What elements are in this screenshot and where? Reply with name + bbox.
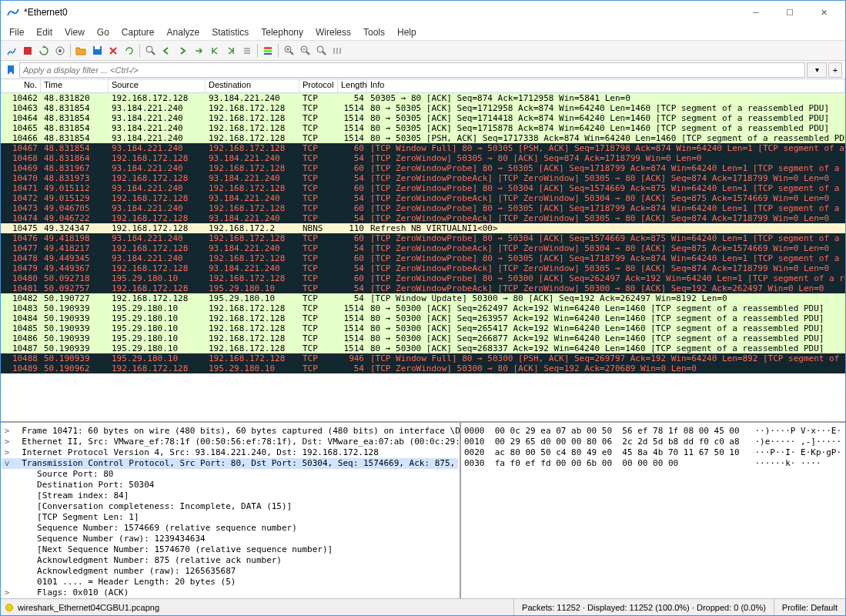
zoom-out-icon[interactable] — [297, 43, 313, 59]
stop-capture-icon[interactable] — [20, 43, 35, 59]
menu-help[interactable]: Help — [392, 25, 422, 39]
close-file-icon[interactable] — [105, 43, 121, 59]
menu-wireless[interactable]: Wireless — [310, 25, 356, 39]
go-back-icon[interactable] — [159, 43, 174, 59]
packet-row[interactable]: 1048350.190939195.29.180.10192.168.172.1… — [1, 303, 845, 313]
detail-line[interactable]: v Transmission Control Protocol, Src Por… — [2, 458, 458, 469]
bookmark-icon[interactable] — [4, 63, 18, 77]
packet-list-header[interactable]: No. Time Source Destination Protocol Len… — [1, 79, 845, 93]
resize-columns-icon[interactable] — [329, 43, 345, 59]
svg-line-13 — [306, 52, 309, 55]
packet-row[interactable]: 1047249.015129192.168.172.12893.184.221.… — [1, 193, 845, 203]
packet-row[interactable]: 1047549.324347192.168.172.128192.168.172… — [1, 223, 845, 233]
menu-telephony[interactable]: Telephony — [256, 25, 309, 39]
menu-view[interactable]: View — [59, 25, 90, 39]
detail-line[interactable]: 0101 .... = Header Length: 20 bytes (5) — [2, 577, 458, 588]
menu-go[interactable]: Go — [92, 25, 115, 39]
packet-row[interactable]: 1046248.831820192.168.172.12893.184.221.… — [1, 93, 845, 103]
detail-line[interactable]: [Next Sequence Number: 1574670 (relative… — [2, 544, 458, 555]
go-forward-icon[interactable] — [175, 43, 190, 59]
menu-capture[interactable]: Capture — [116, 25, 160, 39]
packet-row[interactable]: 1046648.83185493.184.221.240192.168.172.… — [1, 133, 845, 143]
svg-rect-8 — [264, 50, 272, 52]
go-last-icon[interactable] — [223, 43, 239, 59]
packet-row[interactable]: 1048750.190939195.29.180.10192.168.172.1… — [1, 343, 845, 353]
detail-line[interactable]: [Conversation completeness: Incomplete, … — [2, 501, 458, 512]
packet-row[interactable]: 1048650.190939195.29.180.10192.168.172.1… — [1, 333, 845, 343]
packet-row[interactable]: 1048550.190939195.29.180.10192.168.172.1… — [1, 323, 845, 333]
packet-row[interactable]: 1048250.190727192.168.172.128195.29.180.… — [1, 293, 845, 303]
zoom-in-icon[interactable] — [281, 43, 296, 59]
packet-row[interactable]: 1048450.190939195.29.180.10192.168.172.1… — [1, 313, 845, 323]
packet-row[interactable]: 1046448.83185493.184.221.240192.168.172.… — [1, 113, 845, 123]
packet-row[interactable]: 1047749.418217192.168.172.12893.184.221.… — [1, 243, 845, 253]
packet-row[interactable]: 1048150.092757192.168.172.128195.29.180.… — [1, 283, 845, 293]
packet-list[interactable]: No. Time Source Destination Protocol Len… — [1, 79, 845, 423]
start-capture-icon[interactable] — [4, 43, 19, 59]
minimize-button[interactable]: ─ — [741, 2, 771, 23]
svg-line-15 — [323, 52, 326, 55]
expert-info-icon[interactable] — [5, 604, 13, 611]
detail-line[interactable]: Acknowledgment number (raw): 1265635687 — [2, 566, 458, 577]
packet-row[interactable]: 1047048.831973192.168.172.12893.184.221.… — [1, 173, 845, 183]
menu-statistics[interactable]: Statistics — [206, 25, 254, 39]
packet-row[interactable]: 1046848.831864192.168.172.12893.184.221.… — [1, 153, 845, 163]
detail-line[interactable]: > Internet Protocol Version 4, Src: 93.1… — [2, 447, 458, 458]
go-to-packet-icon[interactable] — [191, 43, 206, 59]
filter-add-button[interactable]: + — [828, 62, 842, 78]
packet-row[interactable]: 1047949.449367192.168.172.12893.184.221.… — [1, 263, 845, 273]
packet-details-pane[interactable]: > Frame 10471: 60 bytes on wire (480 bit… — [1, 423, 461, 598]
find-packet-icon[interactable] — [142, 43, 158, 59]
detail-line[interactable]: Acknowledgment Number: 875 (relative ack… — [2, 555, 458, 566]
menu-analyze[interactable]: Analyze — [162, 25, 206, 39]
go-first-icon[interactable] — [207, 43, 222, 59]
detail-line[interactable]: > Frame 10471: 60 bytes on wire (480 bit… — [2, 426, 458, 437]
column-destination[interactable]: Destination — [206, 79, 299, 92]
menu-edit[interactable]: Edit — [31, 25, 58, 39]
packet-row[interactable]: 1047849.44934593.184.221.240192.168.172.… — [1, 253, 845, 263]
detail-line[interactable]: > Ethernet II, Src: VMware_ef:78:1f (00:… — [2, 437, 458, 447]
statusbar: wireshark_Ethernet04CGBU1.pcapng Packets… — [1, 598, 845, 615]
menu-tools[interactable]: Tools — [358, 25, 390, 39]
packet-row[interactable]: 1047349.04670593.184.221.240192.168.172.… — [1, 203, 845, 213]
zoom-reset-icon[interactable] — [313, 43, 329, 59]
display-filter-input[interactable] — [19, 62, 805, 78]
detail-line[interactable]: Sequence Number (raw): 1239434634 — [2, 534, 458, 544]
detail-line[interactable]: Source Port: 80 — [2, 469, 458, 480]
close-button[interactable]: ✕ — [808, 2, 839, 23]
packet-bytes-pane[interactable]: 0000 00 0c 29 ea 07 ab 00 50 56 ef 78 1f… — [461, 423, 845, 598]
detail-line[interactable]: Destination Port: 50304 — [2, 480, 458, 490]
packet-row[interactable]: 1048850.190939195.29.180.10192.168.172.1… — [1, 353, 845, 363]
filter-expression-button[interactable]: ▾ — [807, 62, 827, 78]
detail-line[interactable]: > Flags: 0x010 (ACK) — [2, 588, 458, 598]
colorize-icon[interactable] — [260, 43, 276, 59]
window-title: *Ethernet0 — [24, 7, 68, 18]
detail-line[interactable]: [TCP Segment Len: 1] — [2, 512, 458, 523]
packet-row[interactable]: 1046948.83196793.184.221.240192.168.172.… — [1, 163, 845, 173]
auto-scroll-icon[interactable] — [239, 43, 255, 59]
detail-line[interactable]: [Stream index: 84] — [2, 490, 458, 501]
column-length[interactable]: Length — [338, 79, 367, 92]
column-protocol[interactable]: Protocol — [299, 79, 338, 92]
column-info[interactable]: Info — [367, 79, 845, 92]
packet-row[interactable]: 1047449.046722192.168.172.12893.184.221.… — [1, 213, 845, 223]
menu-file[interactable]: File — [4, 25, 29, 39]
column-time[interactable]: Time — [41, 79, 109, 92]
packet-row[interactable]: 1046748.83185493.184.221.240192.168.172.… — [1, 143, 845, 153]
save-file-icon[interactable] — [89, 43, 105, 59]
packet-row[interactable]: 1046548.83185493.184.221.240192.168.172.… — [1, 123, 845, 133]
capture-options-icon[interactable] — [52, 43, 68, 59]
packet-row[interactable]: 1046348.83185493.184.221.240192.168.172.… — [1, 103, 845, 113]
packet-row[interactable]: 1048050.092718195.29.180.10192.168.172.1… — [1, 273, 845, 283]
reload-icon[interactable] — [122, 43, 137, 59]
maximize-button[interactable]: ☐ — [774, 2, 805, 23]
column-source[interactable]: Source — [109, 79, 206, 92]
restart-capture-icon[interactable] — [36, 43, 52, 59]
column-no[interactable]: No. — [1, 79, 41, 92]
detail-line[interactable]: Sequence Number: 1574669 (relative seque… — [2, 523, 458, 534]
packet-row[interactable]: 1048950.190962192.168.172.128195.29.180.… — [1, 363, 845, 373]
packet-row[interactable]: 1047149.01511293.184.221.240192.168.172.… — [1, 183, 845, 193]
open-file-icon[interactable] — [73, 43, 89, 59]
profile-label[interactable]: Profile: Default — [774, 599, 845, 615]
packet-row[interactable]: 1047649.41819893.184.221.240192.168.172.… — [1, 233, 845, 243]
